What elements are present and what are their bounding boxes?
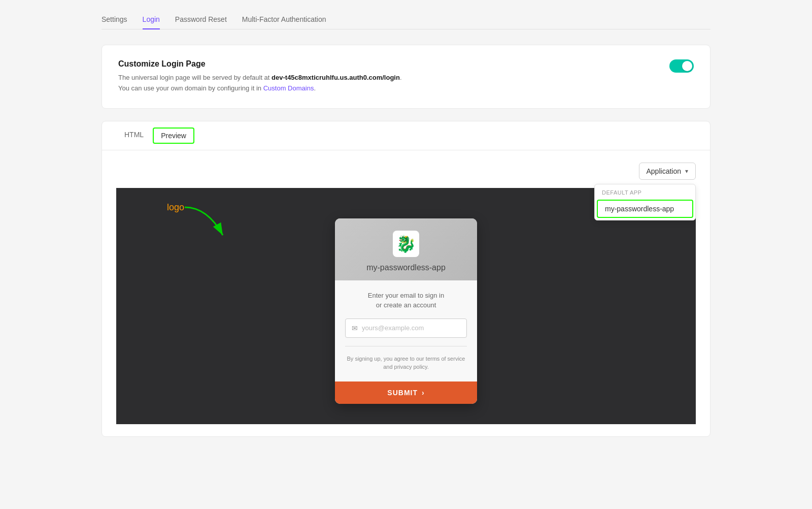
terms-line1: By signing up, you agree to our terms of… [347,356,465,362]
tab-mfa[interactable]: Multi-Factor Authentication [242,10,326,29]
dropdown-group-label: Default App [595,184,695,198]
card-text-block: Customize Login Page The universal login… [118,59,402,94]
sign-in-text: Enter your email to sign in or create an… [345,291,467,310]
login-preview-area: logo 🐉 [116,188,696,424]
login-box-body: Enter your email to sign in or create an… [335,280,477,381]
desc-before: The universal login page will be served … [118,74,272,81]
dragon-icon: 🐉 [396,236,416,252]
tab-bar: Settings Login Password Reset Multi-Fact… [101,10,710,29]
page-wrapper: Settings Login Password Reset Multi-Fact… [0,0,812,447]
application-label: Application [647,167,682,175]
card-header: Customize Login Page The universal login… [118,59,694,94]
submit-label: SUBMIT [387,389,418,397]
login-box: 🐉 my-passwordless-app Enter your email t… [335,218,477,404]
app-name-label: my-passwordless-app [366,263,446,272]
sub-tab-html[interactable]: HTML [116,121,152,150]
sub-tab-bar: HTML Preview [102,121,710,150]
sign-in-line2: or create an account [376,301,436,309]
logo-annotation-text: logo [167,202,184,212]
terms-line2: and privacy policy. [383,364,429,370]
customize-toggle[interactable] [669,59,694,73]
tab-password-reset[interactable]: Password Reset [175,10,227,29]
email-placeholder: yours@example.com [362,324,424,332]
divider [345,346,467,346]
app-logo: 🐉 [393,231,419,257]
app-dropdown-wrapper: Application ▾ Default App my-passwordles… [116,163,696,180]
card-title: Customize Login Page [118,59,402,69]
logo-annotation-group: logo [167,202,184,213]
submit-arrow-icon: › [422,389,425,397]
application-dropdown-btn[interactable]: Application ▾ [639,163,696,180]
email-input-wrapper[interactable]: ✉ yours@example.com [345,319,467,338]
sub-tab-preview[interactable]: Preview [153,128,194,144]
desc-line2-after: . [314,84,316,92]
desc-after: . [400,74,402,81]
email-icon: ✉ [352,324,358,332]
chevron-down-icon: ▾ [685,168,688,175]
card-description: The universal login page will be served … [118,73,402,94]
logo-arrow-svg [182,202,233,243]
terms-text: By signing up, you agree to our terms of… [345,355,467,371]
preview-content: Application ▾ Default App my-passwordles… [102,150,710,436]
customize-login-card: Customize Login Page The universal login… [101,45,710,109]
domain-text: dev-t45c8mxticruhlfu.us.auth0.com/login [272,74,400,81]
application-dropdown-menu: Default App my-passwordless-app [594,184,696,220]
dropdown-item-my-passwordless-app[interactable]: my-passwordless-app [597,200,693,218]
login-box-header: 🐉 my-passwordless-app [335,218,477,280]
sign-in-line1: Enter your email to sign in [368,292,444,299]
custom-domains-link[interactable]: Custom Domains [263,84,314,92]
preview-card: HTML Preview Application ▾ Default App m… [101,121,710,437]
submit-button[interactable]: SUBMIT › [335,381,477,404]
tab-settings[interactable]: Settings [101,10,127,29]
desc-line2-before: You can use your own domain by configuri… [118,84,263,92]
tab-login[interactable]: Login [143,10,160,29]
